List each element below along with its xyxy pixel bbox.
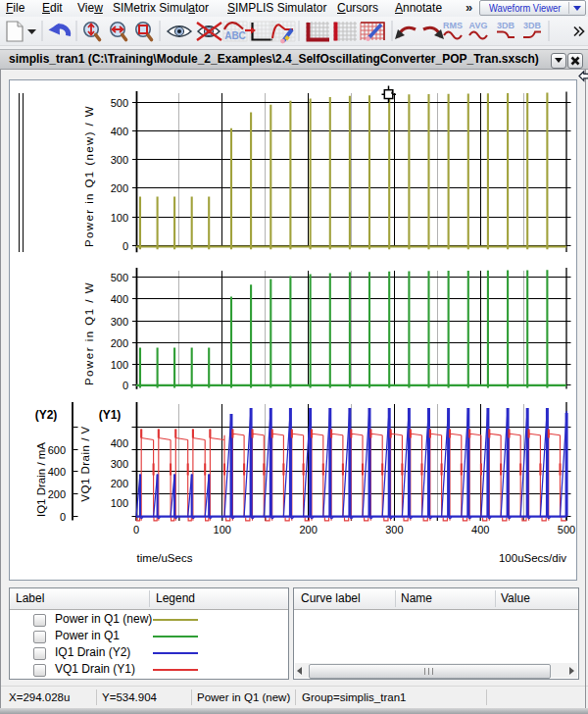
- svg-text:200: 200: [48, 488, 66, 500]
- svg-text:400: 400: [111, 293, 128, 305]
- svg-text:400: 400: [111, 126, 128, 137]
- svg-text:200: 200: [111, 478, 128, 489]
- svg-text:IQ1 Drain / mA: IQ1 Drain / mA: [35, 442, 47, 517]
- svg-text:300: 300: [385, 524, 403, 536]
- svg-text:100: 100: [214, 524, 231, 536]
- svg-text:100uSecs/div: 100uSecs/div: [499, 552, 566, 564]
- svg-text:100: 100: [111, 212, 128, 224]
- svg-text:500: 500: [558, 524, 575, 536]
- svg-text:500: 500: [111, 97, 128, 109]
- svg-text:600: 600: [48, 444, 66, 456]
- svg-text:(Y2): (Y2): [35, 408, 58, 422]
- svg-text:Power in Q1 / W: Power in Q1 / W: [83, 281, 95, 385]
- svg-text:400: 400: [48, 466, 66, 478]
- svg-text:300: 300: [111, 458, 128, 470]
- svg-text:0: 0: [122, 240, 128, 252]
- svg-text:0: 0: [133, 524, 139, 536]
- svg-text:100: 100: [111, 359, 128, 371]
- svg-text:400: 400: [471, 524, 489, 536]
- svg-text:(Y1): (Y1): [99, 408, 122, 422]
- svg-text:Power in Q1 (new) / W: Power in Q1 (new) / W: [83, 105, 95, 247]
- svg-text:0: 0: [122, 380, 128, 391]
- svg-text:400: 400: [111, 437, 128, 449]
- svg-text:300: 300: [111, 154, 128, 166]
- svg-text:200: 200: [111, 337, 128, 349]
- svg-text:200: 200: [111, 182, 128, 194]
- svg-text:300: 300: [111, 316, 128, 328]
- svg-text:time/uSecs: time/uSecs: [137, 552, 193, 564]
- svg-text:VQ1 Drain / V: VQ1 Drain / V: [79, 426, 91, 501]
- svg-text:100: 100: [111, 497, 128, 509]
- svg-text:200: 200: [299, 524, 317, 536]
- svg-text:0: 0: [60, 511, 66, 523]
- svg-text:500: 500: [111, 272, 128, 283]
